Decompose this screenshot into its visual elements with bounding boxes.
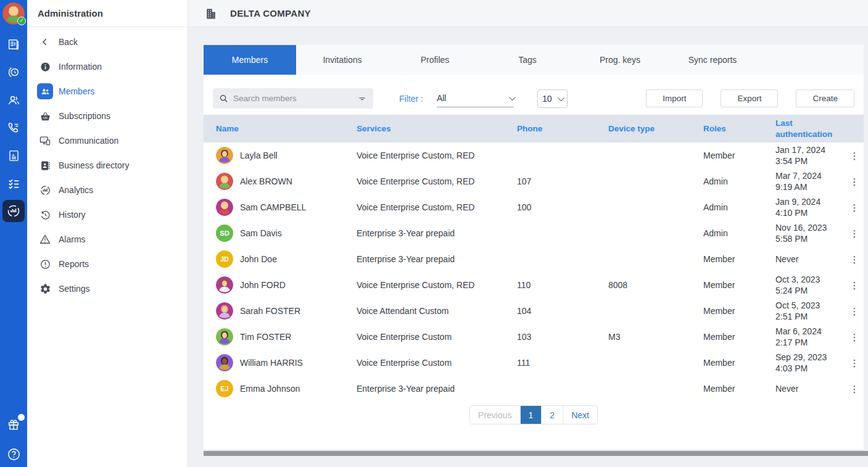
tab-members[interactable]: Members xyxy=(204,45,296,75)
members-icon xyxy=(37,83,53,99)
tab-prog-keys[interactable]: Prog. keys xyxy=(574,45,666,75)
table-row[interactable]: Sarah FOSTER Voice Attendant Custom 104 … xyxy=(204,298,864,324)
column-services[interactable]: Services xyxy=(357,124,517,133)
search-input[interactable] xyxy=(233,94,357,103)
filter-select[interactable]: All xyxy=(437,90,514,107)
sidebar-item-members[interactable]: Members xyxy=(27,79,188,104)
chevron-left-icon xyxy=(37,34,53,50)
tab-sync-reports[interactable]: Sync reports xyxy=(666,45,759,75)
sidebar-item-history[interactable]: History xyxy=(27,202,188,227)
tab-invitations[interactable]: Invitations xyxy=(296,45,389,75)
table-row[interactable]: Sam CAMPBELL Voice Enterprise Custom, RE… xyxy=(204,194,864,220)
company-name: DELTA COMPANY xyxy=(230,8,311,19)
user-avatar[interactable]: ✓ xyxy=(2,2,25,25)
member-phone: 111 xyxy=(517,358,608,368)
recent-calls-icon[interactable] xyxy=(6,64,22,80)
horizontal-scrollbar[interactable] xyxy=(204,451,868,456)
help-icon[interactable] xyxy=(6,446,22,462)
company-header: DELTA COMPANY xyxy=(188,0,868,27)
table-row[interactable]: Alex BROWN Voice Enterprise Custom, RED … xyxy=(204,168,864,194)
gift-icon[interactable] xyxy=(6,416,22,432)
calls-icon[interactable] xyxy=(6,120,22,136)
member-last-auth: Nov 16, 2023 5:58 PM xyxy=(775,222,845,244)
sidebar-item-communication[interactable]: Communication xyxy=(27,128,188,153)
tab-bar: Members Invitations Profiles Tags Prog. … xyxy=(204,45,864,75)
tasks-icon[interactable] xyxy=(6,175,22,191)
page-1-button[interactable]: 1 xyxy=(521,406,542,424)
member-services: Voice Enterprise Custom, RED xyxy=(357,176,517,186)
member-name: Sam CAMPBELL xyxy=(240,202,306,212)
previous-page-button[interactable]: Previous xyxy=(470,406,520,424)
export-button[interactable]: Export xyxy=(721,89,778,107)
sidebar-item-reports[interactable]: Reports xyxy=(27,252,188,276)
row-menu-icon[interactable]: ⋮ xyxy=(850,281,859,290)
column-last-authentication[interactable]: Last authentication xyxy=(775,118,845,139)
import-button[interactable]: Import xyxy=(646,89,703,107)
column-name[interactable]: Name xyxy=(204,124,357,133)
member-phone: 103 xyxy=(517,332,608,342)
member-role: Member xyxy=(703,384,775,394)
table-row[interactable]: EJ Emma Johnson Enterprise 3-Year prepai… xyxy=(204,376,864,402)
scrollbar-thumb[interactable] xyxy=(204,451,868,456)
member-services: Voice Enterprise Custom xyxy=(357,332,517,342)
member-avatar: JD xyxy=(216,250,233,268)
building-icon xyxy=(205,7,217,20)
rail-bottom-icons xyxy=(6,416,22,467)
sidebar-item-information[interactable]: Information xyxy=(27,54,188,79)
page-size-select[interactable]: 10 xyxy=(537,89,568,108)
row-menu-icon[interactable]: ⋮ xyxy=(850,384,859,394)
next-page-button[interactable]: Next xyxy=(563,406,597,424)
column-roles[interactable]: Roles xyxy=(703,124,775,133)
column-phone[interactable]: Phone xyxy=(517,124,608,133)
row-menu-icon[interactable]: ⋮ xyxy=(850,358,859,368)
member-avatar xyxy=(216,173,233,190)
member-role: Admin xyxy=(703,228,775,238)
member-avatar xyxy=(216,276,233,294)
member-name: Alex BROWN xyxy=(240,176,292,186)
warning-triangle-icon xyxy=(37,231,53,247)
sidebar-item-business-directory[interactable]: Business directory xyxy=(27,153,188,178)
row-menu-icon[interactable]: ⋮ xyxy=(850,229,859,238)
analytics-circle-icon xyxy=(37,182,53,198)
member-name: Sarah FOSTER xyxy=(240,306,300,316)
tab-profiles[interactable]: Profiles xyxy=(389,45,481,75)
report-alert-icon xyxy=(37,256,53,272)
member-avatar xyxy=(216,354,233,371)
chevron-down-icon xyxy=(558,94,564,101)
filter-lines-icon[interactable] xyxy=(357,94,367,103)
page-2-button[interactable]: 2 xyxy=(542,406,563,424)
member-last-auth: Oct 5, 2023 2:51 PM xyxy=(775,300,845,322)
table-row[interactable]: Tim FOSTER Voice Enterprise Custom 103 M… xyxy=(204,324,864,350)
sidebar-item-back[interactable]: Back xyxy=(27,30,188,54)
member-last-auth: Sep 29, 2023 4:03 PM xyxy=(775,352,845,374)
sidebar-item-analytics[interactable]: Analytics xyxy=(27,178,188,202)
member-role: Member xyxy=(703,151,775,160)
table-row[interactable]: JD John Doe Enterprise 3-Year prepaid Me… xyxy=(204,246,864,272)
sidebar-item-subscriptions[interactable]: Subscriptions xyxy=(27,104,188,128)
search-box[interactable] xyxy=(213,88,373,109)
table-row[interactable]: John FORD Voice Enterprise Custom, RED 1… xyxy=(204,272,864,298)
member-avatar xyxy=(216,328,233,345)
status-check-icon: ✓ xyxy=(17,17,26,25)
analytics-icon[interactable] xyxy=(2,200,25,222)
contacts-icon[interactable] xyxy=(6,92,22,108)
table-row[interactable]: William HARRIS Voice Enterprise Custom 1… xyxy=(204,350,864,376)
sidebar-item-alarms[interactable]: Alarms xyxy=(27,227,188,252)
row-menu-icon[interactable]: ⋮ xyxy=(850,203,859,212)
column-device-type[interactable]: Device type xyxy=(608,124,703,133)
news-icon[interactable] xyxy=(6,36,22,52)
table-row[interactable]: Layla Bell Voice Enterprise Custom, RED … xyxy=(204,143,864,168)
create-button[interactable]: Create xyxy=(796,89,854,107)
row-menu-icon[interactable]: ⋮ xyxy=(850,177,859,186)
documents-icon[interactable] xyxy=(6,147,22,163)
member-services: Voice Attendant Custom xyxy=(357,306,517,316)
row-menu-icon[interactable]: ⋮ xyxy=(850,333,859,342)
member-services: Enterprise 3-Year prepaid xyxy=(357,228,517,238)
row-menu-icon[interactable]: ⋮ xyxy=(850,255,859,264)
sidebar-item-settings[interactable]: Settings xyxy=(27,276,188,301)
table-header: Name Services Phone Device type Roles La… xyxy=(204,115,864,143)
tab-tags[interactable]: Tags xyxy=(481,45,574,75)
row-menu-icon[interactable]: ⋮ xyxy=(850,307,859,316)
table-row[interactable]: SD Sam Davis Enterprise 3-Year prepaid A… xyxy=(204,220,864,246)
row-menu-icon[interactable]: ⋮ xyxy=(850,151,859,160)
